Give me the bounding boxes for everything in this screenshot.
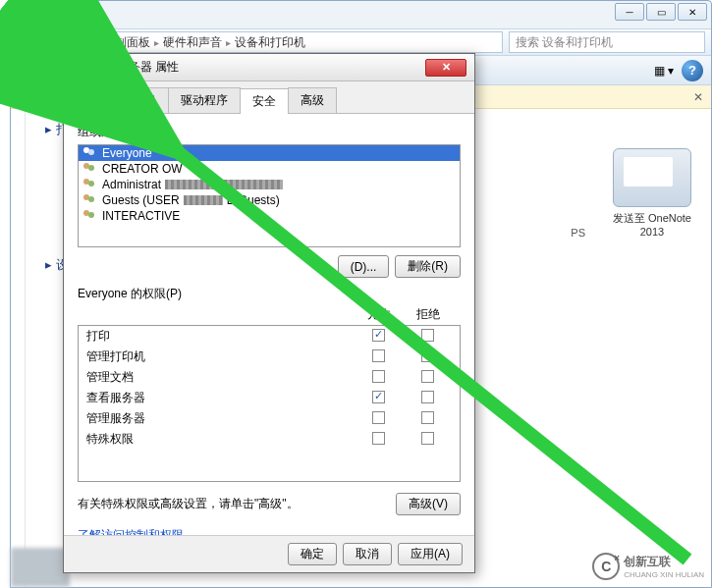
logo-icon: C [592,553,620,580]
deny-checkbox[interactable] [421,349,434,362]
permission-row: 管理打印机 [79,347,460,367]
user-tail: D\Guests) [227,193,280,207]
allow-checkbox[interactable] [372,370,385,383]
advanced-button[interactable]: 高级(V) [396,493,461,515]
permission-row: 打印 [79,326,460,347]
back-button[interactable]: ◀ [17,31,40,53]
nav-bar: ◀ ▶ 🖥 ▸ 控制面板 ▸ 硬件和声音 ▸ 设备和打印机 搜索 设备和打印机 [11,28,711,56]
breadcrumb-dev[interactable]: 设备和打印机 [235,34,305,51]
user-name: Everyone [102,146,152,160]
help-icon[interactable]: ? [682,60,703,81]
permission-row: 查看服务器 [79,388,460,408]
user-list[interactable]: EveryoneCREATOR OWAdministratGuests (USE… [78,144,461,247]
censored [184,195,223,205]
censored [165,180,283,189]
allow-checkbox[interactable] [372,411,385,424]
permission-row: 管理文档 [79,367,460,388]
users-icon [82,193,98,207]
group-label: 组或用户名(G)： [78,124,461,140]
close-button[interactable]: ✕ [678,3,707,21]
minimize-button[interactable]: ─ [615,3,644,21]
forward-button[interactable]: ▶ [44,31,68,53]
folder-icon: 🖥 [79,35,90,49]
allow-checkbox[interactable] [372,391,385,403]
user-row[interactable]: Administrat [79,177,460,192]
blur-decoration [11,548,70,587]
deny-checkbox[interactable] [421,411,434,424]
tab-ports[interactable]: 端口 [120,87,169,113]
address-bar[interactable]: 🖥 ▸ 控制面板 ▸ 硬件和声音 ▸ 设备和打印机 [72,31,503,53]
user-row[interactable]: Everyone [79,145,460,161]
deny-header: 拒绝 [404,306,453,323]
allow-checkbox[interactable] [372,329,385,342]
permission-row: 管理服务器 [79,408,460,429]
info-text: Window [19,90,61,104]
tab-forms[interactable]: 表单 [72,87,121,113]
user-name: CREATOR OW [102,162,183,176]
user-row[interactable]: INTERACTIVE [79,208,460,224]
logo-text: 创新互联 [624,554,704,570]
dialog-titlebar[interactable]: 打印服务器 属性 ✕ [64,54,474,81]
printer-icon [613,148,691,207]
user-row[interactable]: CREATOR OW [79,161,460,177]
sidebar [11,109,26,587]
window-controls: ─ ▭ ✕ [613,3,707,21]
deny-checkbox[interactable] [421,370,434,383]
deny-checkbox[interactable] [421,391,434,403]
user-name: Administrat [102,178,161,191]
permission-name: 管理文档 [86,369,354,386]
tabs: 表单 端口 驱动程序 安全 高级 [64,81,474,114]
view-icon[interactable]: ▦ ▾ [654,64,674,78]
device-item[interactable]: 发送至 OneNote 2013 [613,148,691,240]
logo-sub: CHUANG XIN HULIAN [624,570,704,579]
deny-checkbox[interactable] [421,329,434,342]
permissions-label: Everyone 的权限(P) [78,286,461,302]
breadcrumb-sep: ▸ [154,37,159,48]
users-icon [82,209,98,223]
breadcrumb-hw[interactable]: 硬件和声音 [163,34,222,51]
breadcrumb-sep: ▸ [226,37,231,48]
close-icon[interactable]: ✕ [425,59,466,77]
tab-drivers[interactable]: 驱动程序 [168,87,241,113]
breadcrumb-sep: ▸ [94,37,99,48]
remove-button[interactable]: 删除(R) [395,255,461,278]
search-input[interactable]: 搜索 设备和打印机 [509,31,705,53]
users-icon [82,178,98,191]
permission-row: 特殊权限 [79,429,460,450]
ps-label: PS [571,227,585,239]
permission-name: 打印 [86,328,354,345]
device-label: 发送至 OneNote [613,211,691,225]
permissions-list[interactable]: 打印管理打印机管理文档查看服务器管理服务器特殊权限 [78,325,461,482]
permission-name: 特殊权限 [86,431,354,448]
allow-checkbox[interactable] [372,432,385,445]
cancel-button[interactable]: 取消 [343,543,392,565]
user-row[interactable]: Guests (USERD\Guests) [79,192,460,208]
properties-dialog: 打印服务器 属性 ✕ 表单 端口 驱动程序 安全 高级 组或用户名(G)： Ev… [63,53,475,573]
breadcrumb-root[interactable]: 控制面板 [103,34,150,51]
allow-checkbox[interactable] [372,349,385,362]
dialog-footer: 确定 取消 应用(A) [64,535,474,572]
user-name: Guests (USER [102,193,180,207]
permission-name: 管理服务器 [86,410,354,427]
dialog-title: 打印服务器 属性 [93,59,179,76]
apply-button[interactable]: 应用(A) [398,543,463,565]
permission-name: 管理打印机 [86,348,354,365]
search-placeholder: 搜索 设备和打印机 [516,34,613,51]
perm-header: 允许 拒绝 [78,306,461,325]
permission-name: 查看服务器 [86,390,354,406]
printer-icon [72,60,87,76]
ok-button[interactable]: 确定 [288,543,337,565]
users-icon [82,162,98,176]
device-label2: 2013 [613,225,691,239]
add-device-button[interactable]: 添加设 [19,62,54,79]
users-icon [82,146,98,160]
add-button[interactable]: (D)... [338,255,390,278]
watermark-logo: C 创新互联 CHUANG XIN HULIAN [592,553,704,580]
tab-security[interactable]: 安全 [240,88,289,114]
deny-checkbox[interactable] [421,432,434,445]
user-name: INTERACTIVE [102,209,180,223]
dialog-body: 组或用户名(G)： EveryoneCREATOR OWAdministratG… [64,114,474,540]
maximize-button[interactable]: ▭ [646,3,676,21]
info-close-icon[interactable]: ✕ [693,90,703,104]
tab-advanced[interactable]: 高级 [288,87,337,113]
